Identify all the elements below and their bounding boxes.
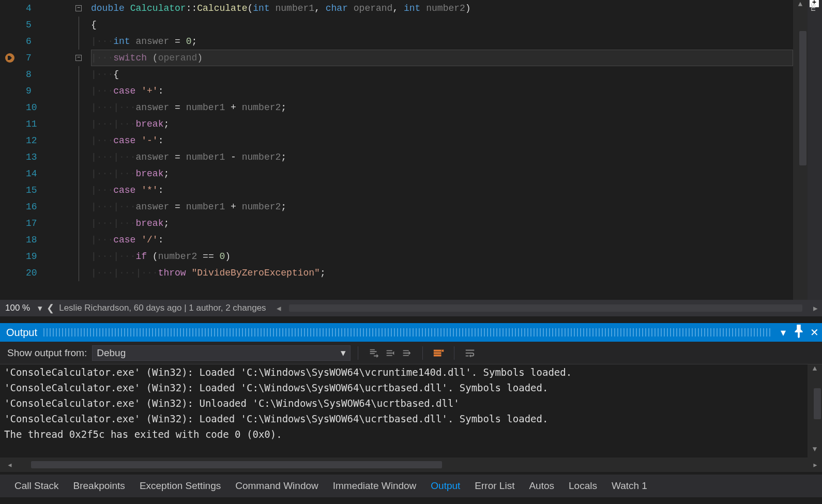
fold-guide — [79, 232, 79, 248]
code-line[interactable]: |··· case '-': — [91, 132, 793, 149]
hscroll-left-icon[interactable]: ◂ — [3, 459, 17, 470]
code-line[interactable]: |···|··· break; — [91, 215, 793, 232]
codelens-info[interactable]: Leslie Richardson, 60 days ago | 1 autho… — [56, 303, 269, 313]
nav-back-icon[interactable]: ❮ — [44, 302, 56, 314]
hscroll-right-icon[interactable]: ▸ — [809, 459, 822, 470]
word-wrap-icon[interactable] — [462, 346, 478, 360]
execution-pointer-icon[interactable] — [5, 53, 14, 63]
output-line[interactable]: 'ConsoleCalculator.exe' (Win32): Loaded … — [0, 380, 822, 395]
show-output-from-label: Show output from: — [7, 347, 87, 359]
toolbar-separator — [358, 346, 358, 360]
tool-tab-call-stack[interactable]: Call Stack — [7, 477, 66, 495]
line-number[interactable]: 12 — [26, 132, 37, 149]
editor-horizontal-scrollbar[interactable] — [289, 304, 802, 312]
code-line[interactable]: |··· case '/': — [91, 232, 793, 248]
output-horizontal-scrollbar[interactable]: ◂ ▸ — [0, 457, 822, 472]
scroll-thumb[interactable] — [799, 31, 806, 165]
code-line[interactable]: { — [91, 17, 793, 33]
collapsed-tool-tab[interactable]: + su — [808, 0, 822, 300]
code-text-area[interactable]: double Calculator::Calculate(int number1… — [91, 0, 793, 300]
line-number[interactable]: 11 — [26, 116, 37, 132]
fold-guide — [79, 99, 79, 116]
output-line[interactable]: 'ConsoleCalculator.exe' (Win32): Loaded … — [0, 364, 822, 380]
output-source-dropdown[interactable]: Debug ▾ — [92, 345, 351, 361]
fold-collapse-icon[interactable]: − — [75, 55, 82, 61]
tool-tab-error-list[interactable]: Error List — [467, 477, 522, 495]
tool-tab-autos[interactable]: Autos — [522, 477, 561, 495]
hscroll-left-icon[interactable]: ◂ — [272, 303, 286, 314]
fold-collapse-icon[interactable]: − — [75, 5, 82, 11]
code-line[interactable]: |···|··· break; — [91, 116, 793, 132]
fold-guide — [79, 17, 79, 33]
goto-message-icon[interactable] — [366, 346, 382, 360]
pin-icon[interactable] — [791, 324, 806, 342]
line-number[interactable]: 4 — [26, 0, 32, 17]
tool-tab-output[interactable]: Output — [423, 477, 467, 495]
breakpoint-gutter[interactable] — [0, 0, 26, 300]
output-vertical-scrollbar[interactable]: ▲ ▼ — [808, 364, 822, 457]
panel-grip[interactable] — [43, 328, 770, 337]
tool-tab-breakpoints[interactable]: Breakpoints — [66, 477, 132, 495]
scroll-thumb[interactable] — [814, 388, 821, 419]
scroll-up-arrow-icon[interactable]: ▲ — [793, 0, 808, 12]
code-line[interactable]: |··· case '+': — [91, 83, 793, 99]
output-source-selected: Debug — [97, 347, 126, 359]
fold-guide — [79, 33, 79, 50]
line-number[interactable]: 6 — [26, 33, 32, 50]
tool-tab-exception-settings[interactable]: Exception Settings — [132, 477, 228, 495]
tool-tab-locals[interactable]: Locals — [561, 477, 604, 495]
code-line[interactable]: double Calculator::Calculate(int number1… — [91, 0, 793, 17]
code-line[interactable]: |··· case '*': — [91, 182, 793, 198]
scroll-thumb[interactable] — [31, 461, 442, 468]
output-panel-titlebar[interactable]: Output ▾ ✕ — [0, 323, 822, 342]
window-position-dropdown-icon[interactable]: ▾ — [775, 326, 791, 339]
line-number[interactable]: 15 — [26, 182, 37, 198]
line-number[interactable]: 20 — [26, 265, 37, 281]
code-line[interactable]: |··· int answer = 0; — [91, 33, 793, 50]
output-line[interactable]: The thread 0x2f5c has exited with code 0… — [0, 426, 822, 442]
scroll-down-arrow-icon[interactable]: ▼ — [808, 445, 822, 457]
line-number[interactable]: 10 — [26, 99, 37, 116]
clear-all-icon[interactable] — [430, 346, 447, 360]
line-number[interactable]: 14 — [26, 165, 37, 182]
line-number[interactable]: 17 — [26, 215, 37, 232]
code-line[interactable]: |···|··· answer = number1 + number2; — [91, 198, 793, 215]
line-number[interactable]: 8 — [26, 66, 32, 83]
line-number[interactable]: 16 — [26, 198, 37, 215]
output-line[interactable]: 'ConsoleCalculator.exe' (Win32): Unloade… — [0, 395, 822, 411]
code-line[interactable]: |··· switch (operand) — [91, 50, 793, 66]
line-number-column[interactable]: 4567891011121314151617181920 — [26, 0, 75, 300]
bottom-tool-tabs: Call StackBreakpointsException SettingsC… — [0, 475, 822, 497]
code-line[interactable]: |···|··· answer = number1 + number2; — [91, 99, 793, 116]
output-text-area[interactable]: 'ConsoleCalculator.exe' (Win32): Loaded … — [0, 364, 822, 457]
output-toolbar: Show output from: Debug ▾ — [0, 342, 822, 364]
next-message-icon[interactable] — [399, 346, 415, 360]
line-number[interactable]: 13 — [26, 149, 37, 165]
output-line[interactable]: 'ConsoleCalculator.exe' (Win32): Loaded … — [0, 411, 822, 426]
zoom-level[interactable]: 100 % — [0, 303, 35, 313]
tool-tab-watch-1[interactable]: Watch 1 — [604, 477, 654, 495]
line-number[interactable]: 19 — [26, 248, 37, 265]
line-number[interactable]: 9 — [26, 83, 32, 99]
hscroll-right-icon[interactable]: ▸ — [809, 303, 822, 314]
close-icon[interactable]: ✕ — [806, 326, 822, 339]
line-number[interactable]: 5 — [26, 17, 32, 33]
line-number[interactable]: 18 — [26, 232, 37, 248]
fold-guide — [79, 116, 79, 132]
editor-vertical-scrollbar[interactable]: ▲ — [793, 0, 808, 300]
code-line[interactable]: |···|···|··· throw "DivideByZeroExceptio… — [91, 265, 793, 281]
fold-guide — [79, 66, 79, 83]
code-line[interactable]: |···|··· break; — [91, 165, 793, 182]
zoom-dropdown-icon[interactable]: ▾ — [35, 303, 44, 314]
collapsed-tool-tab-label: su — [810, 3, 818, 11]
code-line[interactable]: |···|··· if (number2 == 0) — [91, 248, 793, 265]
line-number[interactable]: 7 — [26, 50, 32, 66]
previous-message-icon[interactable] — [382, 346, 399, 360]
code-line[interactable]: |···|··· answer = number1 - number2; — [91, 149, 793, 165]
code-fold-column[interactable]: −− — [75, 0, 91, 300]
tool-tab-immediate-window[interactable]: Immediate Window — [326, 477, 424, 495]
code-line[interactable]: |··· { — [91, 66, 793, 83]
code-editor[interactable]: 4567891011121314151617181920 −− double C… — [0, 0, 822, 300]
scroll-up-arrow-icon[interactable]: ▲ — [808, 364, 822, 377]
tool-tab-command-window[interactable]: Command Window — [228, 477, 326, 495]
